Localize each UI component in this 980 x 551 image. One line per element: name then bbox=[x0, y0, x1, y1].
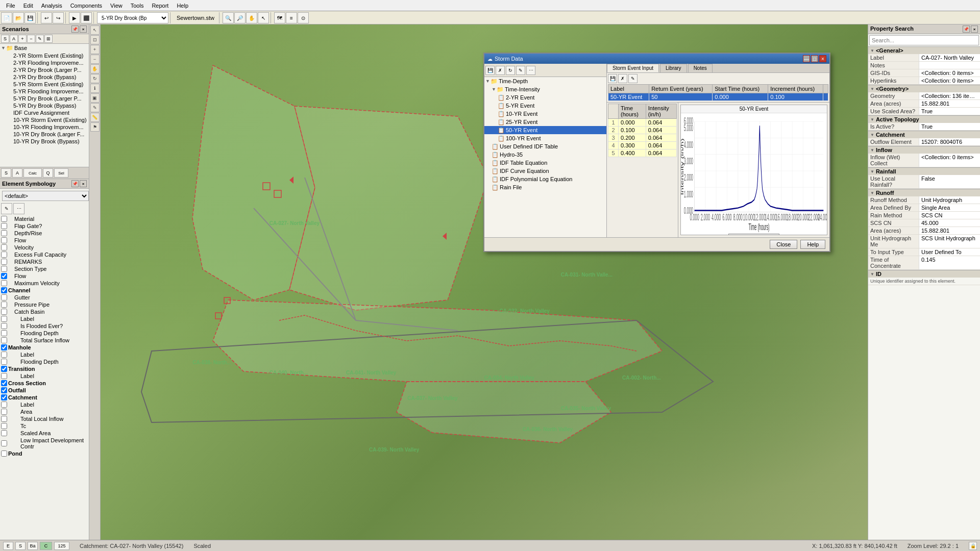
sym-check[interactable] bbox=[1, 287, 7, 293]
status-tab-125[interactable]: 125 bbox=[54, 542, 69, 550]
prop-value-uh-method[interactable]: SCS Unit Hydrograph bbox=[919, 235, 980, 248]
sym-item-outfall[interactable]: Outfall bbox=[0, 387, 89, 394]
sym-item-mh-label[interactable]: Label bbox=[0, 351, 89, 358]
storm-tree-time-depth[interactable]: ▼ 📁 Time-Depth bbox=[484, 77, 606, 85]
storm-tree-2yr[interactable]: 📋 2-YR Event bbox=[484, 93, 606, 102]
modal-tb-edit[interactable]: ✎ bbox=[516, 66, 525, 75]
sym-item-pressure[interactable]: Pressure Pipe bbox=[0, 301, 89, 308]
prop-value-hyperlinks[interactable]: <Collection: 0 items> bbox=[919, 77, 980, 84]
modal-close-button[interactable]: Close bbox=[770, 240, 797, 249]
sym-check[interactable] bbox=[1, 316, 7, 322]
modal-tb-refresh[interactable]: ↻ bbox=[506, 66, 515, 75]
prop-value-use-local-rainfall[interactable]: False bbox=[919, 175, 980, 188]
tb-btn-pipe[interactable]: ≡ bbox=[286, 12, 297, 23]
sym-check[interactable] bbox=[1, 450, 7, 457]
sym-item-flooded[interactable]: Is Flooded Ever? bbox=[0, 322, 89, 330]
sym-check[interactable] bbox=[1, 244, 7, 251]
nav-icon-pan[interactable]: ✋ bbox=[90, 64, 100, 73]
prop-value-use-scaled[interactable]: True bbox=[919, 108, 980, 115]
scen-btn-rename[interactable]: ✎ bbox=[36, 35, 44, 43]
scenario-dropdown[interactable]: 5-YR Dry Brook (Bp bbox=[97, 12, 168, 23]
menu-item-edit[interactable]: Edit bbox=[19, 2, 37, 10]
tb-btn-zoom-in[interactable]: 🔍 bbox=[223, 12, 234, 23]
sym-item-material[interactable]: Material bbox=[0, 215, 89, 222]
prop-value-area-acres2[interactable]: 15.882.801 bbox=[919, 227, 980, 234]
tree-item-2yr-db-bypass[interactable]: 2-YR Dry Brook (Bypass) bbox=[0, 73, 89, 81]
tree-item-10yr-flood[interactable]: 10-YR Flooding Improvem... bbox=[0, 123, 89, 131]
storm-tree-hydro35[interactable]: 📋 Hydro-35 bbox=[484, 151, 606, 159]
sym-check[interactable] bbox=[1, 359, 7, 365]
prop-value-geometry[interactable]: <Collection: 136 items> bbox=[919, 92, 980, 99]
input-tb-edit[interactable]: ✎ bbox=[628, 74, 638, 83]
symbology-dropdown[interactable]: <default> bbox=[2, 191, 89, 201]
storm-tree-idf-table[interactable]: 📋 IDF Table Equation bbox=[484, 159, 606, 167]
status-tab-s[interactable]: S bbox=[15, 542, 26, 550]
prop-value-inflow-wet[interactable]: <Collection: 0 items> bbox=[919, 154, 980, 167]
tb-btn-run[interactable]: ▶ bbox=[69, 12, 80, 23]
tb-btn-zoom-out[interactable]: 🔎 bbox=[234, 12, 246, 23]
nav-icon-identify[interactable]: ℹ bbox=[90, 84, 100, 93]
sym-item-section[interactable]: Section Type bbox=[0, 265, 89, 272]
sym-close-btn[interactable]: × bbox=[80, 180, 87, 187]
sym-item-catchbasin[interactable]: Catch Basin bbox=[0, 308, 89, 315]
tb-btn-manhole[interactable]: ⊙ bbox=[298, 12, 309, 23]
tree-item-10yr-db-large[interactable]: 10-YR Dry Brook (Larger F... bbox=[0, 131, 89, 138]
nav-icon-flag[interactable]: ⚑ bbox=[90, 122, 100, 132]
sym-check[interactable] bbox=[1, 280, 7, 286]
sym-item-flooddepth[interactable]: Flooding Depth bbox=[0, 330, 89, 337]
modal-help-button[interactable]: Help bbox=[800, 240, 825, 249]
sym-btn-more[interactable]: ⋯ bbox=[13, 203, 24, 214]
section-id[interactable]: ID bbox=[868, 270, 980, 278]
sym-check[interactable] bbox=[1, 402, 7, 408]
sym-item-catch-lid[interactable]: Low Impact Development Contr bbox=[0, 437, 89, 450]
sym-item-flow1[interactable]: Flow bbox=[0, 237, 89, 244]
sym-check[interactable] bbox=[1, 337, 7, 343]
sym-check[interactable] bbox=[1, 273, 7, 279]
storm-tree-25yr[interactable]: 📋 25-YR Event bbox=[484, 118, 606, 126]
storm-tree-5yr[interactable]: 📋 5-YR Event bbox=[484, 102, 606, 110]
sym-check[interactable] bbox=[1, 409, 7, 415]
tb-btn-open[interactable]: 📂 bbox=[13, 12, 24, 23]
section-inflow[interactable]: Inflow bbox=[868, 146, 980, 154]
modal-max-btn[interactable]: □ bbox=[811, 55, 818, 62]
nav-icon-zoom-extent[interactable]: ⊡ bbox=[90, 35, 100, 44]
tree-item-5yr-db-bypass[interactable]: 5-YR Dry Brook (Bypass) bbox=[0, 102, 89, 109]
storm-tree-100yr[interactable]: 📋 100-YR Event bbox=[484, 134, 606, 142]
sym-item-catch-scaled[interactable]: Scaled Area bbox=[0, 430, 89, 437]
sym-item-depth[interactable]: Depth/Rise bbox=[0, 230, 89, 237]
storm-tree-idf-curve[interactable]: 📋 IDF Curve Equation bbox=[484, 167, 606, 175]
sym-check[interactable] bbox=[1, 430, 7, 436]
menu-item-file[interactable]: File bbox=[2, 2, 19, 10]
tree-item-10yr-db-bypass[interactable]: 10-YR Dry Brook (Bypass) bbox=[0, 138, 89, 145]
sym-check[interactable] bbox=[1, 294, 7, 300]
section-rainfall[interactable]: Rainfall bbox=[868, 167, 980, 175]
sym-item-channel[interactable]: Channel bbox=[0, 287, 89, 294]
scenarios-pin-btn[interactable]: 📌 bbox=[71, 26, 79, 33]
status-tab-ba[interactable]: Ba bbox=[28, 542, 38, 550]
tree-item-5yr-storm[interactable]: 5-YR Storm Event (Existing) bbox=[0, 81, 89, 88]
rp-pin-btn[interactable]: 📌 bbox=[963, 26, 970, 33]
nav-icon-zoom-out[interactable]: − bbox=[90, 55, 100, 64]
tb-btn-pan[interactable]: ✋ bbox=[246, 12, 257, 23]
nav-icon-pointer[interactable]: ↖ bbox=[90, 26, 100, 35]
storm-tree-50yr[interactable]: 📋 50-YR Event bbox=[484, 126, 606, 134]
sym-item-mh-flooddepth[interactable]: Flooding Depth bbox=[0, 358, 89, 365]
sym-item-catch-totalinflow[interactable]: Total Local Inflow bbox=[0, 415, 89, 422]
prop-value-runoff-method[interactable]: Unit Hydrograph bbox=[919, 196, 980, 204]
scenarios-close-btn[interactable]: × bbox=[80, 26, 87, 33]
map-area[interactable]: CA-027- North Valley CA-031- North Valle… bbox=[101, 24, 868, 540]
nav-icon-measure[interactable]: 📏 bbox=[90, 113, 100, 122]
tree-item-5yr-db-large[interactable]: 5-YR Dry Brook (Larger P... bbox=[0, 95, 89, 102]
qa-sel-btn[interactable]: Sel bbox=[54, 168, 68, 178]
sym-item-catch-tc[interactable]: Tc bbox=[0, 422, 89, 430]
sym-check[interactable] bbox=[1, 344, 7, 350]
sym-item-catch-area[interactable]: Area bbox=[0, 408, 89, 415]
sym-check[interactable] bbox=[1, 440, 7, 446]
scen-btn-del[interactable]: − bbox=[27, 35, 35, 43]
sym-item-flapgate[interactable]: Flap Gate? bbox=[0, 222, 89, 230]
tree-item-2yr-db-large[interactable]: 2-YR Dry Brook (Larger P... bbox=[0, 66, 89, 73]
qa-q-btn[interactable]: Q bbox=[43, 168, 53, 178]
sym-item-velocity[interactable]: Velocity bbox=[0, 244, 89, 251]
section-runoff[interactable]: Runoff bbox=[868, 189, 980, 196]
nav-icon-rotate[interactable]: ↻ bbox=[90, 74, 100, 83]
